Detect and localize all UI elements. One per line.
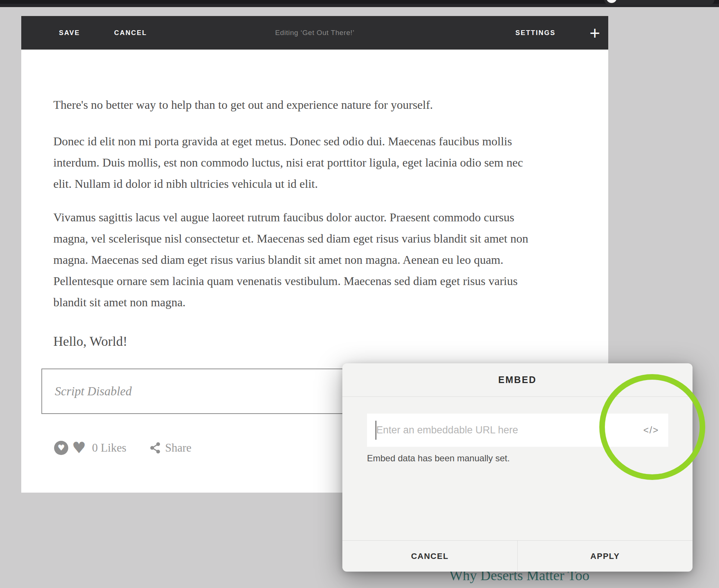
likes-count[interactable]: 0 Likes	[92, 441, 126, 455]
browser-omnibox-fragment	[604, 0, 715, 5]
add-block-plus-icon[interactable]: +	[584, 16, 606, 52]
screen: SAVE CANCEL Editing ‘Get Out There!’ SET…	[0, 0, 719, 588]
share-icon[interactable]	[150, 442, 161, 454]
embed-status-text: Embed data has been manually set.	[367, 453, 510, 464]
like-circle-icon[interactable]: ♥	[54, 441, 68, 455]
post-paragraph-hello[interactable]: Hello, World!	[53, 333, 127, 349]
embed-dialog-footer: CANCEL APPLY	[342, 540, 693, 572]
post-paragraph[interactable]: There's no better way to help than to ge…	[53, 94, 602, 116]
script-disabled-label: Script Disabled	[55, 385, 132, 398]
share-label[interactable]: Share	[165, 441, 192, 455]
embed-apply-button[interactable]: APPLY	[517, 541, 693, 572]
embed-cancel-button[interactable]: CANCEL	[342, 541, 517, 572]
heart-icon[interactable]: ♥	[72, 441, 86, 455]
editor-toolbar: SAVE CANCEL Editing ‘Get Out There!’ SET…	[21, 16, 608, 50]
post-paragraph[interactable]: Vivamus sagittis lacus vel augue laoreet…	[53, 207, 602, 313]
browser-chrome-bar	[0, 0, 719, 7]
text-caret	[376, 421, 376, 440]
heart-icon: ♥	[57, 444, 65, 452]
settings-button[interactable]: SETTINGS	[515, 16, 556, 50]
annotation-circle	[599, 374, 705, 480]
post-meta-row: ♥ ♥ 0 Likes Share	[54, 440, 191, 456]
post-paragraph[interactable]: Donec id elit non mi porta gravida at eg…	[53, 131, 602, 195]
